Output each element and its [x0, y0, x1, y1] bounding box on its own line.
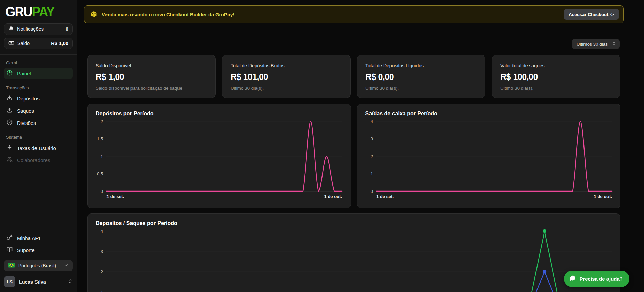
- users-icon: [7, 157, 13, 163]
- chevrons-up-down-icon: [68, 279, 73, 285]
- app-window: GRUPAY Notificações 0 Saldo R$ 1,00 Gera…: [0, 0, 644, 292]
- chart-title: Depósitos por Período: [96, 111, 345, 117]
- user-menu[interactable]: LS Lucas Silva: [4, 276, 73, 287]
- depositos-chart-card: Depósitos por Período 00,511,521 de set.…: [87, 104, 351, 208]
- sidebar-divider: [0, 54, 77, 55]
- saidas-chart-card: Saídas de caixa por Período 012341 de se…: [357, 104, 621, 208]
- stat-subtext: Saldo disponível para solicitação de saq…: [96, 86, 207, 91]
- help-button[interactable]: Precisa de ajuda?: [564, 271, 629, 287]
- sidebar-item-label: Depósitos: [17, 96, 40, 102]
- depositos-saques-chart: 01234: [93, 228, 615, 292]
- svg-text:1 de out.: 1 de out.: [594, 194, 612, 199]
- depositos-saques-chart-card: Depositos / Saques por Período 01234: [87, 213, 620, 292]
- stat-value: R$ 100,00: [500, 72, 612, 82]
- svg-text:1,5: 1,5: [97, 136, 103, 141]
- chevron-down-icon: [64, 263, 69, 269]
- sidebar-item-divisoes[interactable]: Divisões: [4, 117, 73, 129]
- stat-subtext: Último 30 dia(s).: [500, 86, 612, 91]
- svg-text:0,5: 0,5: [97, 171, 103, 176]
- section-transacoes: Transações: [6, 85, 71, 90]
- charts-row: Depósitos por Período 00,511,521 de set.…: [87, 104, 620, 208]
- download-icon: [7, 95, 13, 102]
- chevrons-up-down-icon: [612, 41, 616, 47]
- sidebar-item-label: Saques: [17, 108, 34, 114]
- notifications-label: Notificações: [17, 26, 44, 32]
- grupay-logo: GRUPAY: [0, 0, 77, 23]
- stat-card-valor-saques: Valor total de saques R$ 100,00 Último 3…: [492, 55, 620, 98]
- svg-text:1 de set.: 1 de set.: [106, 194, 124, 199]
- svg-text:1 de out.: 1 de out.: [324, 194, 342, 199]
- language-selector[interactable]: Português (Brasil): [4, 260, 73, 271]
- notifications-count-badge: 0: [66, 26, 68, 32]
- main-content: Venda mais usando o novo Checkout Builde…: [77, 0, 644, 292]
- upload-icon: [7, 107, 13, 114]
- sidebar-item-painel[interactable]: Painel: [4, 68, 73, 79]
- stat-subtext: Último 30 dia(s).: [365, 86, 477, 91]
- section-geral: Geral: [6, 60, 71, 65]
- sidebar-item-label: Painel: [17, 71, 31, 76]
- language-label: Português (Brasil): [18, 263, 56, 268]
- chart-title: Saídas de caixa por Período: [365, 111, 615, 117]
- depositos-por-periodo-chart: 00,511,521 de set.1 de out.: [93, 119, 345, 200]
- percent-circle-icon: [7, 119, 13, 126]
- sidebar-item-label: Suporte: [17, 247, 35, 253]
- stat-label: Valor total de saques: [500, 63, 612, 68]
- stat-label: Saldo Disponível: [96, 63, 207, 68]
- banknote-icon: [8, 40, 14, 47]
- svg-text:1: 1: [370, 171, 373, 176]
- svg-text:4: 4: [101, 229, 103, 234]
- balance-button[interactable]: Saldo R$ 1,00: [4, 38, 73, 49]
- user-name: Lucas Silva: [19, 279, 46, 285]
- stats-row: Saldo Disponível R$ 1,00 Saldo disponíve…: [87, 55, 620, 98]
- stat-value: R$ 101,00: [231, 72, 342, 82]
- acessar-checkout-button[interactable]: Acessar Checkout ->: [564, 9, 619, 20]
- stat-label: Total de Depósitos Líquidos: [365, 63, 477, 68]
- stat-label: Total de Depósitos Brutos: [231, 63, 342, 68]
- promo-banner-text: Venda mais usando o novo Checkout Builde…: [102, 12, 234, 17]
- svg-text:2: 2: [101, 269, 103, 274]
- svg-text:2: 2: [370, 154, 373, 159]
- help-button-label: Precisa de ajuda?: [579, 276, 623, 282]
- sidebar-item-label: Minha API: [17, 235, 40, 241]
- promo-banner: Venda mais usando o novo Checkout Builde…: [84, 5, 624, 23]
- stat-value: R$ 1,00: [96, 72, 207, 82]
- logo-gru: GRU: [5, 5, 32, 19]
- svg-text:1 de set.: 1 de set.: [376, 194, 394, 199]
- bell-icon: [8, 26, 14, 32]
- svg-text:0: 0: [101, 189, 103, 194]
- svg-text:3: 3: [101, 249, 103, 254]
- notifications-button[interactable]: Notificações 0: [4, 23, 73, 35]
- period-select-value: Ultimos 30 dias: [577, 42, 608, 47]
- sidebar: GRUPAY Notificações 0 Saldo R$ 1,00 Gera…: [0, 0, 77, 292]
- stat-value: R$ 0,00: [365, 72, 477, 82]
- brazil-flag-icon: [8, 263, 15, 269]
- balance-value: R$ 1,00: [51, 41, 68, 46]
- svg-text:0: 0: [370, 189, 373, 194]
- saidas-de-caixa-chart: 012341 de set.1 de out.: [363, 119, 615, 200]
- balance-label: Saldo: [17, 41, 30, 46]
- sidebar-item-colaboradores[interactable]: Colaboradores: [4, 154, 73, 166]
- sidebar-item-label: Colaboradores: [17, 157, 50, 163]
- key-icon: [7, 234, 13, 241]
- svg-text:4: 4: [370, 119, 373, 124]
- svg-text:2: 2: [101, 119, 103, 124]
- book-open-icon: [7, 247, 13, 253]
- section-sistema: Sistema: [6, 135, 71, 140]
- svg-text:1: 1: [101, 154, 103, 159]
- logo-pay: PAY: [32, 5, 54, 19]
- period-select[interactable]: Ultimos 30 dias: [572, 39, 620, 49]
- chat-bubble-icon: [569, 275, 576, 283]
- sidebar-item-taxas-de-usuario[interactable]: Taxas de Usuário: [4, 142, 73, 154]
- sidebar-item-minha-api[interactable]: Minha API: [4, 232, 73, 244]
- svg-text:1: 1: [101, 290, 103, 292]
- stat-card-depositos-brutos: Total de Depósitos Brutos R$ 101,00 Últi…: [222, 55, 351, 98]
- stat-card-saldo-disponivel: Saldo Disponível R$ 1,00 Saldo disponíve…: [87, 55, 216, 98]
- sidebar-item-depositos[interactable]: Depósitos: [4, 93, 73, 104]
- pie-chart-icon: [7, 70, 13, 77]
- sidebar-item-suporte[interactable]: Suporte: [4, 244, 73, 256]
- sidebar-item-saques[interactable]: Saques: [4, 105, 73, 116]
- divide-icon: [7, 144, 13, 151]
- stat-card-depositos-liquidos: Total de Depósitos Líquidos R$ 0,00 Últi…: [357, 55, 485, 98]
- toolbar: Ultimos 30 dias: [77, 39, 620, 49]
- avatar: LS: [4, 276, 15, 287]
